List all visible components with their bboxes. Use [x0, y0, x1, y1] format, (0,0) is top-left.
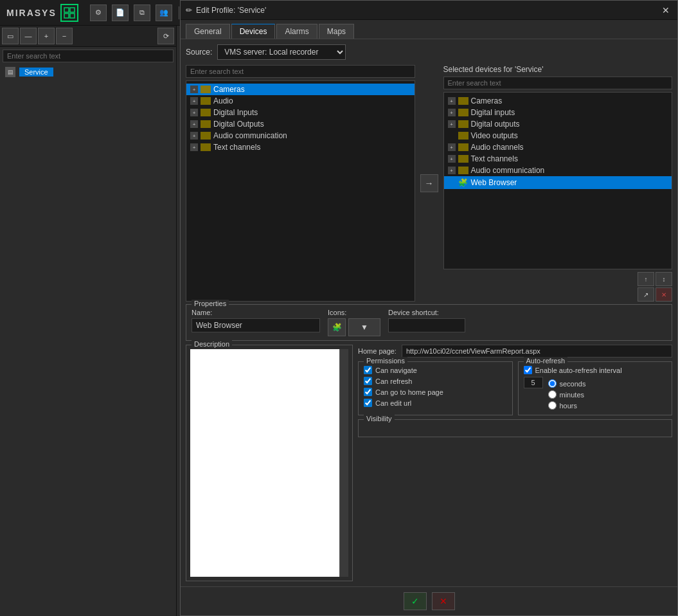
- tree-item-label: Video outputs: [471, 131, 518, 140]
- source-select[interactable]: VMS server: Local recorder: [217, 44, 346, 60]
- right-tree-item-digital-outputs[interactable]: + Digital outputs: [444, 118, 672, 130]
- autorefresh-label: Auto-refresh: [524, 357, 568, 365]
- left-panel-search[interactable]: [186, 65, 415, 78]
- folder-icon: [201, 120, 211, 128]
- right-tree-item-video-outputs[interactable]: Video outputs: [444, 130, 672, 141]
- sort-asc-button[interactable]: ↑: [638, 272, 654, 286]
- perm-navigate-check[interactable]: [364, 366, 372, 374]
- expand-icon: +: [448, 143, 456, 151]
- radio-seconds-input[interactable]: [548, 379, 557, 388]
- dialog-content: Source: VMS server: Local recorder + Cam…: [181, 39, 677, 586]
- perm-homepage-check[interactable]: [364, 388, 372, 396]
- folder-icon: [458, 109, 468, 116]
- tree-item-label: Text channels: [213, 143, 260, 152]
- right-tree-item-digital-inputs[interactable]: + Digital inputs: [444, 107, 672, 118]
- radio-minutes-input[interactable]: [548, 390, 557, 399]
- puzzle-icon: 🧩: [458, 177, 468, 188]
- icons-label: Icons:: [328, 309, 380, 316]
- expand-icon: +: [448, 109, 456, 116]
- left-btn4[interactable]: −: [56, 28, 73, 44]
- radio-minutes-label: minutes: [560, 391, 585, 399]
- export-button[interactable]: ↗: [638, 287, 654, 302]
- shortcut-input[interactable]: [388, 318, 465, 332]
- right-panel-tree: + Cameras + Digital inputs + Digi: [443, 92, 673, 269]
- expand-icon: +: [190, 86, 198, 93]
- left-search-input[interactable]: [3, 50, 174, 62]
- right-tree-item-web-browser[interactable]: 🧩 Web Browser: [444, 176, 672, 189]
- tree-item-digital-outputs[interactable]: + Digital Outputs: [186, 118, 415, 130]
- tree-item-digital-inputs[interactable]: + Digital Inputs: [186, 107, 415, 118]
- description-textarea[interactable]: [190, 349, 339, 577]
- tab-maps[interactable]: Maps: [319, 24, 354, 39]
- tab-alarms[interactable]: Alarms: [276, 24, 317, 39]
- homepage-input[interactable]: [402, 345, 672, 358]
- sort-btn[interactable]: ↕: [656, 272, 672, 286]
- left-btn3[interactable]: +: [38, 28, 55, 44]
- copy-button[interactable]: ⧉: [134, 5, 150, 21]
- left-device-panel: + Cameras + Audio + Digital Input: [186, 65, 415, 302]
- refresh-number-input[interactable]: [524, 377, 543, 388]
- service-tree-item[interactable]: ▤ Service: [0, 65, 176, 79]
- left-btn1[interactable]: ▭: [2, 28, 19, 44]
- icons-group: Icons: 🧩 ▼: [328, 309, 380, 336]
- settings-button[interactable]: ⚙: [90, 5, 107, 21]
- perm-navigate: Can navigate: [364, 366, 507, 374]
- icon-selector-btn[interactable]: ▼: [348, 318, 380, 336]
- perm-editurl-check[interactable]: [364, 399, 372, 407]
- tree-item-cameras[interactable]: + Cameras: [186, 84, 415, 95]
- radio-hours-label: hours: [560, 402, 578, 410]
- right-tree-item-cameras[interactable]: + Cameras: [444, 95, 672, 107]
- dialog-footer: ✓ ✕: [181, 586, 677, 615]
- users-button[interactable]: 👥: [156, 5, 172, 21]
- right-panel-search[interactable]: [443, 77, 673, 89]
- expand-icon: +: [448, 120, 456, 128]
- visibility-box: Visibility: [358, 419, 672, 437]
- properties-section-label: Properties: [192, 300, 229, 307]
- folder-icon: [201, 86, 211, 93]
- radio-seconds-label: seconds: [560, 380, 586, 388]
- perm-editurl-label: Can edit url: [375, 399, 411, 407]
- svg-rect-3: [70, 14, 75, 18]
- perm-refresh: Can refresh: [364, 377, 507, 385]
- tab-devices[interactable]: Devices: [231, 24, 276, 39]
- page-button[interactable]: 📄: [112, 5, 129, 21]
- dialog-titlebar: ✏ Edit Profile: 'Service' ✕: [181, 1, 677, 20]
- tree-item-audio-comm[interactable]: + Audio communication: [186, 130, 415, 141]
- folder-icon: [458, 143, 468, 151]
- dialog-close-button[interactable]: ✕: [659, 4, 672, 17]
- right-tree-item-text-channels[interactable]: + Text channels: [444, 153, 672, 165]
- folder-icon: [201, 97, 211, 105]
- tree-item-label: Digital inputs: [471, 108, 515, 117]
- service-item-icon: ▤: [5, 67, 15, 77]
- tree-item-label: Digital Inputs: [213, 108, 258, 117]
- perm-editurl: Can edit url: [364, 399, 507, 407]
- dialog-icon: ✏: [186, 6, 192, 15]
- shortcut-group: Device shortcut:: [388, 309, 465, 332]
- delete-button[interactable]: ✕: [656, 287, 672, 302]
- name-input[interactable]: [192, 318, 320, 332]
- puzzle-icon-btn[interactable]: 🧩: [328, 318, 346, 336]
- radio-hours-input[interactable]: [548, 401, 557, 410]
- left-panel-tree: + Cameras + Audio + Digital Input: [186, 80, 415, 302]
- transfer-button[interactable]: →: [420, 174, 438, 192]
- svg-rect-2: [64, 14, 69, 18]
- right-tree-item-audio-channels[interactable]: + Audio channels: [444, 141, 672, 153]
- tree-item-text-channels[interactable]: + Text channels: [186, 141, 415, 153]
- perm-navigate-label: Can navigate: [375, 367, 417, 374]
- tab-general[interactable]: General: [186, 24, 230, 39]
- tree-item-audio[interactable]: + Audio: [186, 95, 415, 107]
- ok-button[interactable]: ✓: [404, 592, 427, 610]
- perm-refresh-check[interactable]: [364, 377, 372, 385]
- tree-item-label: Audio communication: [213, 131, 287, 140]
- expand-icon: +: [190, 120, 198, 128]
- expand-icon: +: [190, 97, 198, 105]
- left-btn5[interactable]: ⟳: [157, 28, 174, 44]
- left-btn2[interactable]: —: [20, 28, 37, 44]
- logo-icon: [60, 4, 78, 22]
- cancel-button[interactable]: ✕: [432, 592, 455, 610]
- enable-refresh-label: Enable auto-refresh interval: [535, 367, 622, 374]
- enable-refresh-check[interactable]: [524, 366, 532, 374]
- right-tree-item-audio-comm[interactable]: + Audio communication: [444, 165, 672, 176]
- radio-minutes: minutes: [548, 390, 586, 399]
- right-props: Home page: Permissions Can navigate: [358, 345, 672, 581]
